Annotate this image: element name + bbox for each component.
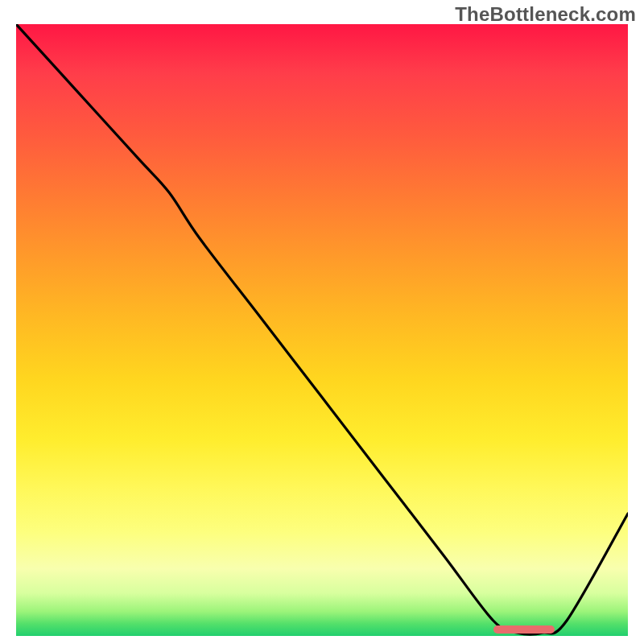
minimum-marker bbox=[493, 625, 555, 634]
plot-area bbox=[16, 24, 628, 636]
curve-path bbox=[16, 24, 628, 634]
chart-frame: TheBottleneck.com bbox=[0, 0, 644, 644]
watermark-text: TheBottleneck.com bbox=[455, 3, 636, 26]
curve-svg bbox=[16, 24, 628, 636]
